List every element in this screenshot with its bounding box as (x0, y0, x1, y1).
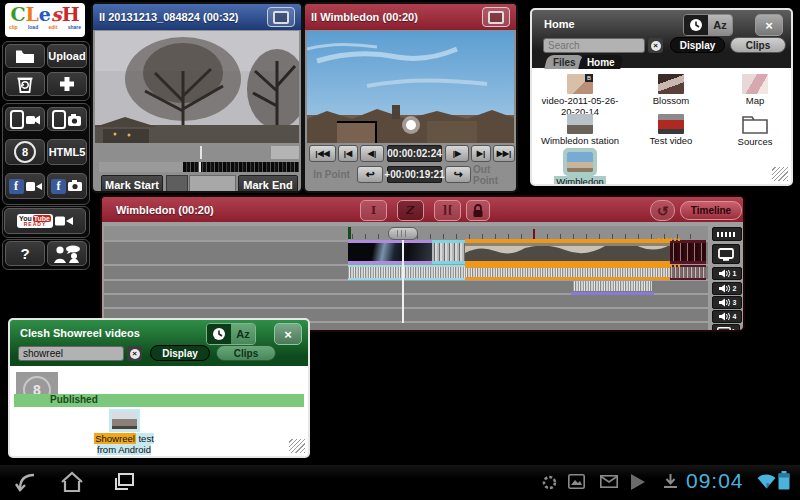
prev-frame-button[interactable]: |◀ (338, 145, 358, 162)
file-item[interactable]: Blossom (628, 74, 714, 106)
recent-apps-button[interactable] (112, 471, 136, 497)
file-item[interactable]: B video-2011-05-26-20-20-14 (536, 74, 624, 117)
mark-end-button[interactable]: Mark End (238, 175, 298, 193)
display-button[interactable]: Display (150, 345, 210, 361)
maximize-icon (273, 11, 289, 24)
home-titlebar[interactable]: Home Az × × Display Clips Files Home (532, 10, 791, 68)
timeline-clip-audio-1c[interactable] (670, 265, 706, 280)
window-resize-handle[interactable] (289, 439, 305, 453)
preview-video-frame[interactable] (307, 31, 514, 143)
photo-camera-icon (68, 180, 83, 192)
phone-video-button[interactable] (5, 107, 45, 131)
home-button[interactable] (60, 471, 84, 497)
timeline-view-button[interactable]: Timeline (680, 201, 742, 220)
display-button[interactable]: Display (670, 37, 725, 53)
timeline-clip-video-1[interactable] (348, 240, 432, 264)
next-frame-button[interactable]: ▶| (471, 145, 491, 162)
file-item[interactable]: Test video (628, 114, 714, 146)
sort-alpha-button[interactable]: Az (231, 324, 255, 344)
search-input[interactable] (543, 38, 645, 53)
close-button[interactable]: × (274, 323, 302, 345)
sync-icon[interactable] (541, 474, 558, 495)
scrubber-handle[interactable] (200, 146, 202, 159)
clear-search-button[interactable]: × (127, 346, 142, 361)
mark-range-swatch[interactable] (189, 175, 236, 193)
scrubber-played[interactable] (99, 146, 271, 159)
playhead-line[interactable] (402, 240, 404, 323)
facebook-camera-button[interactable]: f (47, 173, 87, 199)
zoom-slider-handle[interactable] (388, 227, 418, 240)
youtube-button[interactable]: YouTube READY (4, 208, 86, 234)
jump-start-button[interactable]: |◀◀ (309, 145, 336, 162)
tab-home[interactable]: Home (578, 55, 623, 69)
video-track-monitor-icon[interactable] (712, 244, 740, 264)
folder-button[interactable] (5, 44, 45, 68)
html5-button[interactable]: HTML5 (47, 139, 87, 165)
audio-track-4-mute[interactable]: 4 (712, 310, 742, 323)
sort-by-time-button[interactable] (207, 324, 231, 344)
set-out-button[interactable]: ↪ (445, 166, 471, 183)
audio-track-1-mute[interactable]: 1 (712, 267, 742, 280)
desktop: CLesH clip load edit share Upload (0, 0, 800, 500)
preview-monitor-titlebar[interactable]: II Wimbledon (00:20) (305, 4, 516, 30)
close-button[interactable]: × (755, 14, 783, 36)
add-button[interactable] (47, 72, 87, 96)
clips-button[interactable]: Clips (216, 345, 276, 361)
back-icon (14, 471, 38, 493)
sort-toggle: Az (206, 323, 256, 345)
edit-mode-swap-button[interactable]: Z (397, 200, 424, 221)
jump-end-button[interactable]: ▶▶| (493, 145, 515, 162)
lock-button[interactable] (466, 200, 490, 221)
audio-track-3-mute[interactable]: 3 (712, 296, 742, 309)
timeline-clip-audio-2[interactable] (573, 281, 652, 291)
trash-restore-button[interactable] (5, 72, 45, 96)
window-resize-handle[interactable] (772, 167, 788, 181)
mark-in-swatch[interactable] (166, 175, 188, 193)
maximize-button[interactable] (482, 7, 510, 27)
maximize-button[interactable] (267, 7, 295, 27)
title-track-icon[interactable]: 1 (712, 324, 740, 332)
step-back-button[interactable]: ◀| (360, 145, 384, 162)
help-button[interactable]: ? (5, 241, 45, 266)
folder-icon (15, 49, 35, 64)
audio-track-2-mute[interactable]: 2 (712, 282, 742, 295)
step-forward-button[interactable]: |▶ (445, 145, 469, 162)
folder-item[interactable]: Sources (720, 114, 790, 147)
timeline-clip-video-3[interactable] (465, 239, 670, 265)
email-notification-icon[interactable] (600, 474, 618, 492)
edit-mode-insert-button[interactable]: I (360, 200, 387, 221)
back-button[interactable] (14, 471, 38, 497)
community-button[interactable] (47, 241, 87, 266)
timeline-clip-audio-1a[interactable] (348, 265, 465, 280)
gallery-notification-icon[interactable] (568, 474, 585, 493)
facebook-video-button[interactable]: f (5, 173, 45, 199)
showreel-titlebar[interactable]: Clesh Showreel videos Az × × Display Cli… (10, 320, 308, 366)
file-item[interactable]: Wimbledon station (536, 114, 624, 146)
clear-search-button[interactable]: × (648, 38, 663, 53)
timeline-clip-video-4[interactable] (670, 240, 706, 264)
source-video-frame[interactable] (95, 31, 299, 143)
film-counter-button[interactable]: 8 (5, 139, 45, 165)
edit-mode-overwrite-button[interactable]: ][ (434, 200, 461, 221)
set-in-button[interactable]: ↩ (357, 166, 383, 183)
ruler-track-icon[interactable] (712, 227, 742, 241)
search-input[interactable] (18, 346, 124, 361)
undo-button[interactable]: ↺ (650, 200, 675, 221)
sort-alpha-button[interactable]: Az (708, 15, 732, 35)
scrubber-remaining[interactable] (271, 146, 299, 159)
status-clock[interactable]: 09:04 (686, 469, 744, 493)
mark-start-button[interactable]: Mark Start (101, 175, 163, 193)
phone-camera-button[interactable] (47, 107, 87, 131)
file-item-selected[interactable]: Wimbledon (536, 152, 624, 186)
media-play-icon[interactable] (630, 473, 646, 495)
clips-button[interactable]: Clips (730, 37, 786, 53)
download-icon[interactable] (663, 474, 678, 493)
timeline-clip-video-2[interactable] (432, 240, 465, 264)
sort-by-time-button[interactable] (684, 15, 708, 35)
source-monitor-titlebar[interactable]: II 20131213_084824 (00:32) (93, 4, 301, 30)
showreel-item[interactable]: Showreel test from Android (86, 412, 162, 455)
file-item[interactable]: Map (720, 74, 790, 106)
upload-button[interactable]: Upload (47, 44, 87, 68)
audio-track-3[interactable] (104, 295, 708, 307)
timeline-clip-audio-1b[interactable] (465, 265, 670, 280)
